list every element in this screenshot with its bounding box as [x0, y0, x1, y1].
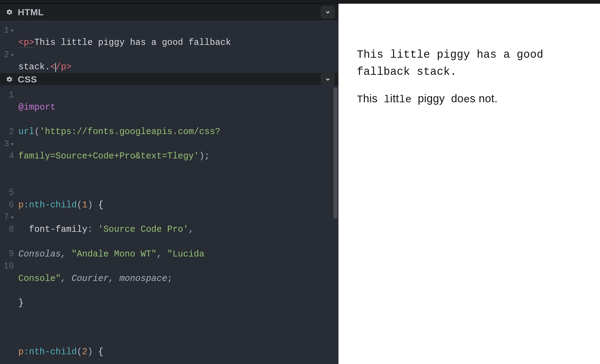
css-collapse-button[interactable] [321, 74, 335, 85]
line-number: 6 [9, 199, 14, 211]
code-token: ) [87, 200, 93, 210]
preview-pane: This little piggy has a good fallback st… [338, 4, 600, 364]
html-collapse-button[interactable] [321, 6, 335, 18]
code-token: <p> [18, 38, 34, 48]
code-token: 'Source Code Pro' [98, 224, 188, 235]
fold-icon[interactable] [10, 143, 14, 146]
line-number: 7 [4, 211, 9, 224]
line-number: 3 [4, 138, 9, 150]
code-token: 2 [82, 347, 87, 357]
line-number: 1 [4, 24, 9, 37]
css-editor[interactable]: 1 2 3 4 5 6 7 8 9 10 @import url('htt [0, 86, 338, 364]
code-token: ( [77, 200, 82, 210]
code-token: :nth-child [24, 347, 77, 357]
line-number: 4 [9, 150, 14, 162]
css-gutter: 1 2 3 4 5 6 7 8 9 10 [0, 86, 17, 364]
html-gutter: 1 2 [0, 21, 17, 73]
code-token: ) [199, 151, 204, 161]
code-token: stack. [18, 62, 50, 72]
code-token: : [87, 224, 98, 235]
code-token: "Andale Mono WT" [71, 249, 156, 259]
code-token: Consolas, [18, 249, 71, 259]
window-topbar [0, 0, 600, 4]
css-code[interactable]: @import url('https://fonts.googleapis.co… [17, 86, 338, 364]
code-token: url [18, 127, 34, 137]
gear-icon[interactable] [4, 7, 15, 17]
code-token: 1 [82, 200, 87, 210]
code-token: , Courier, monospace [61, 274, 167, 284]
gear-icon[interactable] [4, 74, 15, 85]
code-token: family=Source+Code+Pro&text=Tlegy' [18, 151, 199, 161]
scrollbar-thumb[interactable] [333, 87, 338, 219]
line-number: 2 [9, 126, 14, 138]
code-token: { [93, 347, 104, 357]
html-code[interactable]: <p>This little piggy has a good fallback… [17, 21, 338, 73]
code-token: ( [34, 127, 39, 137]
code-token: { [93, 200, 104, 210]
code-token: ; [204, 151, 210, 161]
fold-icon[interactable] [10, 217, 14, 219]
line-number: 8 [9, 224, 14, 236]
html-panel: HTML 1 2 <p>This little piggy has a good… [0, 4, 338, 73]
editors-column: HTML 1 2 <p>This little piggy has a good… [0, 4, 338, 364]
code-token: This little piggy has a good fallback [34, 38, 231, 48]
css-scrollbar[interactable] [333, 87, 338, 219]
css-panel-title: CSS [18, 74, 37, 85]
fold-icon[interactable] [10, 54, 14, 56]
line-number: 10 [3, 260, 14, 272]
preview-p1: This little piggy has a good fallback st… [357, 46, 582, 81]
css-panel-header: CSS [0, 74, 338, 86]
code-token: font-family [29, 224, 87, 235]
line-number: 9 [9, 248, 14, 260]
line-number: 5 [9, 187, 14, 199]
code-token: @import [18, 102, 56, 112]
code-token: ) [87, 347, 93, 357]
code-token: :nth-child [24, 200, 77, 210]
main-split: HTML 1 2 <p>This little piggy has a good… [0, 4, 600, 364]
code-token: p [18, 200, 24, 210]
line-number: 1 [9, 89, 14, 101]
css-panel: CSS 1 2 3 4 5 6 7 [0, 74, 338, 364]
code-token: "Lucida [167, 249, 204, 259]
code-token: , [156, 249, 167, 259]
code-token: Console" [18, 274, 61, 284]
code-token: , [188, 224, 194, 235]
html-editor[interactable]: 1 2 <p>This little piggy has a good fall… [0, 21, 338, 73]
preview-p2: This little piggy does not. [357, 92, 582, 105]
line-number: 2 [4, 49, 9, 61]
fold-icon[interactable] [10, 30, 14, 32]
code-token: ; [167, 274, 172, 284]
code-token: } [18, 298, 24, 308]
html-panel-header: HTML [0, 4, 338, 21]
code-token: 'https://fonts.googleapis.com/css? [40, 127, 221, 137]
html-panel-title: HTML [18, 7, 44, 17]
code-token: ( [77, 347, 82, 357]
code-token: p [18, 347, 24, 357]
